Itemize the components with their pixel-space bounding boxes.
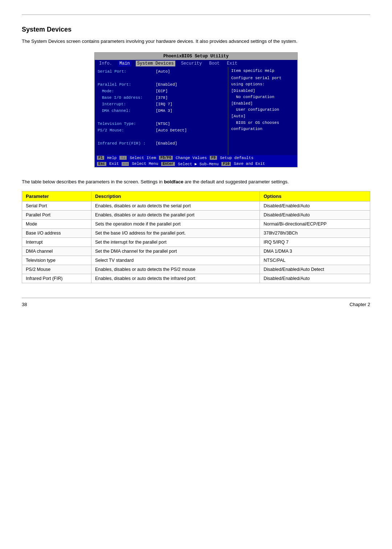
bios-gap-1 [98, 75, 225, 82]
table-cell-description: Set the base I/O address for the paralle… [91, 229, 260, 238]
table-cell-description: Select TV standard [91, 256, 260, 265]
bios-desc-arrows: Select Item [130, 156, 156, 160]
bios-menu-security: Security [180, 61, 204, 66]
table-row: Base I/O addressSet the base I/O address… [22, 229, 370, 238]
page-title: System Devices [22, 26, 370, 33]
bios-row-parallel-port: Parallel Port: [Enabled] [98, 82, 225, 88]
table-cell-options: Normal/Bi-directional/ECP/EPP [260, 220, 370, 229]
table-cell-parameter: Infrared Port (FIR) [22, 274, 91, 283]
table-cell-description: Sets the operation mode if the parallel … [91, 220, 260, 229]
page-number: 38 [22, 302, 27, 307]
bios-content-area: Serial Port: [Auto] Parallel Port: [Enab… [95, 67, 297, 155]
bios-menu-boot: Boot [208, 61, 221, 66]
bios-desc-f10: Save and Exit [234, 162, 265, 166]
bios-params-area: Serial Port: [Auto] Parallel Port: [Enab… [95, 67, 228, 155]
bios-label-interrupt: Interrupt: [98, 102, 156, 107]
bios-gap-3 [98, 134, 225, 141]
table-row: DMA channelSet the DMA channel for the p… [22, 247, 370, 256]
bios-row-mode: Mode: [ECP] [98, 88, 225, 95]
top-rule [22, 15, 370, 15]
table-row: Television typeSelect TV standardNTSC/PA… [22, 256, 370, 265]
table-cell-options: IRQ 5/IRQ 7 [260, 238, 370, 247]
table-cell-parameter: Mode [22, 220, 91, 229]
bios-value-interrupt: [IRQ 7] [156, 102, 172, 107]
bios-row-dma: DMA channel: [DMA 3] [98, 108, 225, 114]
bios-value-mode: [ECP] [156, 89, 168, 94]
table-row: InterruptSet the interrupt for the paral… [22, 238, 370, 247]
table-cell-parameter: Parallel Port [22, 211, 91, 220]
bios-label-parallel-port: Parallel Port: [98, 82, 156, 88]
bios-help-area: Item specific Help Configure serial port… [228, 67, 297, 155]
bios-key-esc: Esc [97, 162, 106, 166]
bios-key-f5f6: F5/F6 [159, 156, 173, 160]
table-header-options: Options [260, 191, 370, 202]
table-cell-options: Disabled/Enabled/Auto [260, 274, 370, 283]
bios-key-f10: F10 [221, 162, 231, 166]
table-cell-options: NTSC/PAL [260, 256, 370, 265]
bios-row-interrupt: Interrupt: [IRQ 7] [98, 101, 225, 108]
table-cell-options: 378h/278h/3BCh [260, 229, 370, 238]
bios-menu-exit: Exit [225, 61, 239, 66]
table-row: ModeSets the operation mode if the paral… [22, 220, 370, 229]
bios-help-content: Configure serial port using options: [Di… [231, 75, 294, 133]
bios-footer-1: F1 Help ↑↓ Select Item F5/F6 Change Valu… [95, 155, 297, 161]
table-cell-parameter: Serial Port [22, 202, 91, 211]
table-cell-description: Set the DMA channel for the parallel por… [91, 247, 260, 256]
table-row: Serial PortEnables, disables or auto det… [22, 202, 370, 211]
bios-menu-info: Info. [98, 61, 114, 66]
bios-menu-bar: Info. Main System Devices Security Boot … [95, 60, 297, 67]
table-cell-description: Enables, disables or auto detects the in… [91, 274, 260, 283]
bios-desc-lr: Select Menu [132, 162, 158, 166]
table-header-description: Description [91, 191, 260, 202]
table-cell-parameter: DMA channel [22, 247, 91, 256]
bios-help-title: Item specific Help [231, 69, 294, 73]
bios-desc-f5f6: Change Values [176, 156, 207, 160]
table-header-parameter: Parameter [22, 191, 91, 202]
chapter-label: Chapter 2 [350, 302, 370, 307]
bios-desc-esc: Exit [109, 162, 119, 166]
bios-gap-4 [98, 147, 225, 154]
bottom-footer: 38 Chapter 2 [22, 298, 370, 307]
table-cell-options: Disabled/Enabled/Auto [260, 211, 370, 220]
table-row: Infrared Port (FIR)Enables, disables or … [22, 274, 370, 283]
table-cell-description: Enables, disables or auto detects the se… [91, 202, 260, 211]
table-cell-parameter: Base I/O address [22, 229, 91, 238]
bios-key-enter: Enter [161, 162, 175, 166]
table-row: PS/2 MouseEnables, disables or auto dete… [22, 265, 370, 274]
bios-row-base-io: Base I/O address: [378] [98, 95, 225, 101]
bios-label-mode: Mode: [98, 89, 156, 94]
bios-key-f9: F9 [210, 156, 217, 160]
bios-label-tv-type: Television Type: [98, 122, 156, 127]
bios-footer-2: Esc Exit ←→ Select Menu Enter Select ▶ S… [95, 161, 297, 167]
bios-label-base-io: Base I/O address: [98, 95, 156, 101]
bios-desc-f1: Help [107, 156, 117, 160]
bios-row-ps2-mouse: PS/2 Mouse: [Auto Detect] [98, 127, 225, 134]
bios-value-dma: [DMA 3] [156, 109, 172, 114]
table-cell-options: DMA 1/DMA 3 [260, 247, 370, 256]
bios-value-base-io: [378] [156, 95, 168, 101]
bios-label-dma: DMA channel: [98, 109, 156, 114]
table-cell-options: Disabled/Enabled/Auto Detect [260, 265, 370, 274]
table-cell-description: Enables, disables or auto detects the pa… [91, 211, 260, 220]
table-cell-parameter: Television type [22, 256, 91, 265]
bios-desc-enter: Select ▶ Sub-Menu [178, 162, 219, 166]
bios-value-serial-port: [Auto] [156, 69, 170, 74]
bios-value-ps2-mouse: [Auto Detect] [156, 128, 187, 133]
bios-key-arrows: ↑↓ [119, 156, 127, 160]
bios-label-serial-port: Serial Port: [98, 69, 156, 74]
bios-key-f1: F1 [97, 156, 104, 160]
bios-row-tv-type: Television Type: [NTSC] [98, 121, 225, 127]
bios-gap-2 [98, 114, 225, 121]
bios-menu-system-devices: System Devices [136, 61, 175, 66]
bios-title: PhoenixBIOS Setup Utility [95, 53, 297, 60]
bios-label-infrared: Infrared Port(FIR) : [98, 141, 156, 146]
table-cell-options: Disabled/Enabled/Auto [260, 202, 370, 211]
bios-screenshot: PhoenixBIOS Setup Utility Info. Main Sys… [94, 52, 298, 167]
bios-row-serial-port: Serial Port: [Auto] [98, 69, 225, 75]
bios-key-lr: ←→ [122, 162, 129, 166]
bios-menu-main: Main [118, 61, 131, 66]
bios-row-infrared: Infrared Port(FIR) : [Enabled] [98, 141, 225, 147]
parameter-table: Parameter Description Options Serial Por… [22, 191, 370, 283]
desc-paragraph: The table below describes the parameters… [22, 178, 370, 186]
table-cell-parameter: Interrupt [22, 238, 91, 247]
